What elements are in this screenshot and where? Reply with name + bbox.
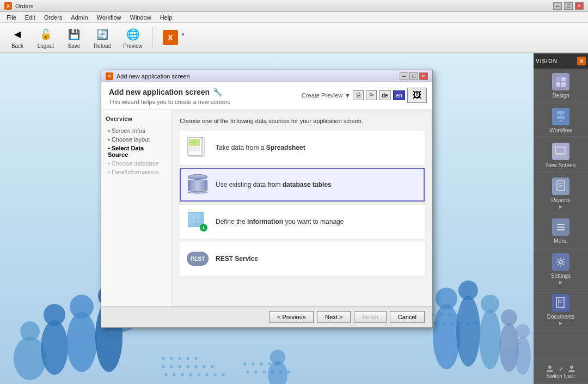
database-icon <box>186 173 209 196</box>
rest-icon: REST <box>186 247 209 270</box>
preview-label: Preview <box>123 43 143 49</box>
sidebar-spacer <box>534 331 588 359</box>
svg-rect-93 <box>559 298 566 308</box>
database-option[interactable]: Use existing data from database tables <box>180 168 425 202</box>
menu-workflow[interactable]: Workflow <box>93 13 126 22</box>
app-icon: X <box>4 2 12 10</box>
switch-user-label: Switch User <box>546 373 575 379</box>
workflow-icon <box>552 108 569 125</box>
menu-orders[interactable]: Orders <box>40 13 67 22</box>
logout-icon: 🔓 <box>38 27 53 42</box>
screenshot-button[interactable]: 🖼 <box>407 88 427 103</box>
finish-button: Finish <box>354 311 386 323</box>
menu-admin[interactable]: Admin <box>66 13 92 22</box>
sidebar-item-switch-user[interactable]: Switch User <box>534 359 588 384</box>
menu-bar: File Edit Orders Admin Workflow Window H… <box>0 12 588 23</box>
nav-choose-layout[interactable]: Choose layout <box>106 135 167 144</box>
close-button[interactable]: ✕ <box>575 2 584 10</box>
switch-user-icons <box>546 364 576 373</box>
svg-rect-70 <box>189 147 200 148</box>
modal-title-bar-text: Add new application screen <box>117 73 400 80</box>
sidebar-item-design[interactable]: Design <box>534 69 588 103</box>
svg-rect-81 <box>555 147 565 154</box>
sidebar-new-screen-label: New Screen <box>546 162 575 168</box>
modal-minimize-button[interactable]: ─ <box>400 72 408 80</box>
svg-rect-73 <box>556 77 560 81</box>
modal-header-actions: Create Preview ▼ ⎘ 🏳 de en 🖼 <box>302 88 427 103</box>
wizard-icon: 🔧 <box>213 88 222 96</box>
reload-label: Reload <box>94 43 111 49</box>
next-button[interactable]: Next > <box>317 311 351 323</box>
settings-icon <box>552 253 569 271</box>
spreadsheet-icon <box>186 136 209 159</box>
x-orange-icon: X <box>163 30 178 45</box>
preview-icon: 🌐 <box>125 27 140 42</box>
save-label: Save <box>68 43 81 49</box>
menu-file[interactable]: File <box>2 13 21 22</box>
sidebar-reports-label: Reports <box>551 197 570 203</box>
define-icon: + <box>186 210 209 233</box>
create-preview-label: Create Preview <box>302 92 342 99</box>
previous-button[interactable]: < Previous <box>269 311 314 323</box>
save-button[interactable]: 💾 Save <box>61 24 87 52</box>
content-instructions: Choose one of the following data sources… <box>180 118 425 124</box>
cancel-button[interactable]: Cancel <box>390 311 425 323</box>
sidebar-workflow-label: Workflow <box>550 127 572 133</box>
database-label: Use existing data from database tables <box>216 181 332 188</box>
main-area: X Add new application screen ─ □ ✕ Add n… <box>0 53 588 384</box>
new-screen-icon <box>552 143 569 160</box>
svg-rect-78 <box>557 116 565 119</box>
modal-close-button[interactable]: ✕ <box>419 72 428 80</box>
sidebar-documents-label: Documents <box>547 314 575 320</box>
design-icon <box>552 73 569 90</box>
svg-rect-82 <box>556 154 564 155</box>
modal-maximize-button[interactable]: □ <box>409 72 418 80</box>
svg-rect-84 <box>557 181 565 191</box>
menu-help[interactable]: Help <box>156 13 177 22</box>
svg-point-97 <box>570 365 573 369</box>
lang-en-button[interactable]: en <box>393 90 405 100</box>
toolbar-separator <box>152 27 153 48</box>
nav-overview-title: Overview <box>106 115 167 122</box>
back-button[interactable]: ◀ Back <box>4 24 30 52</box>
lang-de-button[interactable]: de <box>379 90 391 100</box>
sidebar-close-button[interactable]: ✕ <box>577 57 586 65</box>
reports-icon <box>552 178 569 195</box>
sidebar-item-settings[interactable]: Settings ▶ <box>534 249 588 290</box>
menu-edit[interactable]: Edit <box>21 13 40 22</box>
sidebar-vision-label: VISION <box>536 58 558 64</box>
reports-chevron: ▶ <box>559 204 562 209</box>
sidebar-design-label: Design <box>552 93 569 99</box>
sidebar-item-new-screen[interactable]: New Screen <box>534 138 588 173</box>
documents-icon <box>552 294 569 312</box>
preview-button[interactable]: 🌐 Preview <box>118 24 148 52</box>
minimize-button[interactable]: ─ <box>553 2 562 10</box>
nav-screen-infos[interactable]: Screen Infos <box>106 126 167 135</box>
x-dropdown-arrow: ▼ <box>181 32 185 37</box>
spreadsheet-option[interactable]: Take data from a Spreadsheet <box>180 131 425 164</box>
add-screen-modal: X Add new application screen ─ □ ✕ Add n… <box>101 70 433 328</box>
flag-button[interactable]: 🏳 <box>366 90 377 100</box>
sidebar-item-menu[interactable]: Menu <box>534 214 588 249</box>
sidebar-item-documents[interactable]: Documents ▶ <box>534 290 588 331</box>
modal-window-controls: ─ □ ✕ <box>400 72 428 80</box>
nav-select-data-source[interactable]: Select Data Source <box>106 144 167 159</box>
define-option[interactable]: + Define the information you want to man… <box>180 205 425 239</box>
rest-label: REST Service <box>216 255 258 263</box>
toolbar: ◀ Back 🔓 Logout 💾 Save 🔄 Reload 🌐 Previe… <box>0 23 588 53</box>
menu-window[interactable]: Window <box>126 13 156 22</box>
modal-content: Choose one of the following data sources… <box>172 110 432 306</box>
create-preview-dropdown-arrow[interactable]: ▼ <box>345 92 351 99</box>
svg-rect-74 <box>561 77 566 81</box>
rest-option[interactable]: REST REST Service <box>180 242 425 276</box>
maximize-button[interactable]: □ <box>564 2 573 10</box>
spreadsheet-label: Take data from a Spreadsheet <box>216 144 305 151</box>
sidebar-item-workflow[interactable]: Workflow <box>534 103 588 138</box>
modal-navigation: Overview Screen Infos Choose layout Sele… <box>101 110 172 306</box>
reload-icon: 🔄 <box>95 27 110 42</box>
x-menu-button[interactable]: X ▼ <box>157 27 183 48</box>
copy-button[interactable]: ⎘ <box>353 90 364 100</box>
reload-button[interactable]: 🔄 Reload <box>89 24 115 52</box>
sidebar-item-reports[interactable]: Reports ▶ <box>534 173 588 214</box>
logout-button[interactable]: 🔓 Logout <box>33 24 59 52</box>
